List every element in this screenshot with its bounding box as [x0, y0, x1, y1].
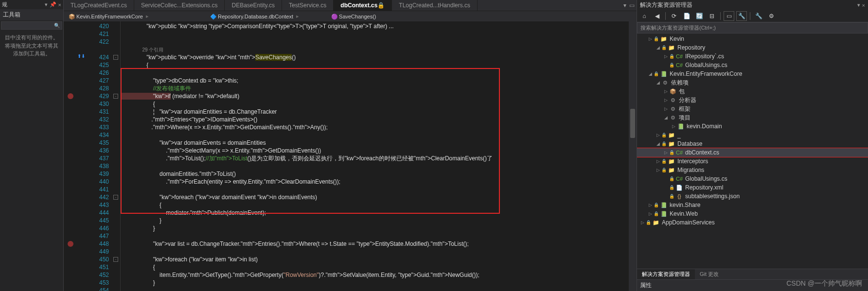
tree-item[interactable]: ◢⚙项目 — [637, 113, 868, 122]
settings-icon[interactable]: ⚙ — [766, 11, 777, 21]
expand-arrow-icon[interactable]: ▷ — [662, 54, 669, 59]
fold-toggle[interactable]: - — [113, 94, 118, 99]
tree-item[interactable]: ◢🔒📁Repository — [637, 43, 868, 52]
pin-icon[interactable]: 📌 — [50, 1, 56, 8]
wrench-icon[interactable]: 🔧 — [753, 11, 764, 21]
lock-icon: 🔒 — [661, 133, 667, 137]
close-icon[interactable]: × — [862, 2, 865, 8]
tree-item[interactable]: 🔒{}subtablesettings.json — [637, 192, 868, 201]
editor-tab[interactable]: TestService.cs — [282, 0, 334, 11]
tree-item[interactable]: ◢🔒📁Database — [637, 139, 868, 148]
expand-arrow-icon[interactable]: ▷ — [662, 150, 669, 155]
pin-icon[interactable]: ▾ — [45, 1, 48, 8]
sync-icon[interactable]: ⟳ — [669, 11, 679, 21]
lock-icon: 🔒 — [654, 211, 659, 216]
filter-icon[interactable]: 📄 — [681, 11, 692, 21]
cs-icon: C# — [675, 175, 683, 182]
refresh-icon[interactable]: 🔄 — [694, 11, 705, 21]
expand-arrow-icon[interactable]: ▷ — [662, 106, 669, 111]
breadcrumb-separator: ▸ — [296, 13, 299, 19]
expand-arrow-icon[interactable]: ▷ — [647, 203, 654, 207]
panel-tab[interactable]: 解决方案资源管理器 — [637, 269, 695, 279]
editor-tab[interactable]: ServiceCollec...Extensions.cs — [134, 0, 225, 11]
right-panel-tabs: 解决方案资源管理器Git 更改 — [637, 269, 868, 279]
fold-toggle[interactable]: - — [113, 55, 118, 60]
code-text[interactable]: "kw">public "kw">string "type">Compariso… — [121, 21, 629, 291]
expand-arrow-icon[interactable]: ◢ — [662, 115, 669, 120]
tree-item[interactable]: 🔒📄Repository.xml — [637, 183, 868, 192]
tree-item[interactable]: ▷📗kevin.Domain — [637, 122, 868, 131]
panel-tab[interactable]: Git 更改 — [695, 269, 724, 279]
tree-item[interactable]: 🔒C#GlobalUsings.cs — [637, 61, 868, 69]
tree-item[interactable]: ▷🔒📁Interceptors — [637, 157, 868, 166]
fold-toggle[interactable]: - — [113, 257, 118, 262]
vertical-scrollbar[interactable] — [629, 21, 637, 291]
expand-arrow-icon[interactable]: ▷ — [655, 159, 661, 164]
close-icon[interactable]: × — [58, 2, 61, 8]
tree-item[interactable]: ▷🔒📁Migrations — [637, 166, 868, 174]
properties-icon[interactable]: 🔧 — [736, 11, 747, 21]
tree-item-label: dbContext.cs — [685, 149, 719, 156]
lock-icon: 🔒 — [654, 203, 659, 207]
tree-item-label: subtablesettings.json — [685, 193, 740, 200]
solution-search[interactable]: 搜索解决方案资源管理器(Ctrl+;) — [637, 22, 868, 34]
home-icon[interactable]: ⌂ — [639, 11, 650, 21]
show-all-icon[interactable]: ▭ — [724, 11, 734, 21]
collapse-icon[interactable]: ⊟ — [707, 11, 717, 21]
toolbox-search[interactable] — [1, 21, 62, 30]
back-icon[interactable]: ◀ — [652, 11, 662, 21]
fold-toggle[interactable]: - — [113, 195, 118, 200]
csharp-project-icon: 📦 — [69, 14, 74, 19]
fold-gutter[interactable]: ---- — [112, 21, 121, 291]
dropdown-icon[interactable]: ▾ — [623, 2, 626, 9]
gutter-marks[interactable]: ⬆⬇ — [64, 21, 90, 291]
expand-arrow-icon[interactable]: ▷ — [662, 98, 669, 103]
pkg-icon: 📦 — [669, 88, 677, 95]
expand-arrow-icon[interactable]: ▷ — [639, 220, 646, 225]
breadcrumb-method-label: SaveChanges() — [339, 14, 376, 19]
tree-item[interactable]: ▷📦包 — [637, 87, 868, 96]
expand-arrow-icon[interactable]: ▷ — [662, 89, 669, 94]
tree-item[interactable]: ▷⚙分析器 — [637, 96, 868, 104]
expand-arrow-icon[interactable]: ▷ — [655, 133, 661, 137]
expand-arrow-icon[interactable]: ◢ — [655, 80, 661, 85]
expand-arrow-icon[interactable]: ◢ — [655, 141, 661, 146]
expand-arrow-icon[interactable]: ▷ — [647, 211, 654, 216]
solution-explorer-panel: 解决方案资源管理器 ▾ × ⌂ ◀ ⟳ 📄 🔄 ⊟ ▭ 🔧 🔧 ⚙ 搜索解决方案… — [637, 0, 868, 291]
expand-arrow-icon[interactable]: ▷ — [670, 124, 677, 129]
scrollbar-thumb[interactable] — [630, 109, 635, 138]
tree-item[interactable]: ▷🔒📁_ — [637, 131, 868, 139]
change-marker-icon[interactable]: ⬆⬇ — [77, 53, 85, 59]
editor-tab[interactable]: TLogCreated...tHandlers.cs — [392, 0, 478, 11]
editor-tab[interactable]: TLogCreatedEvent.cs — [64, 0, 134, 11]
proj-icon: 📗 — [677, 123, 685, 130]
breadcrumb-project[interactable]: 📦 Kevin.EntityFrameworkCore — [66, 14, 146, 19]
breadcrumb-class[interactable]: 🔷 Repository.Database.dbContext — [207, 14, 296, 19]
window-icon[interactable]: ▭ — [629, 2, 635, 9]
tree-item-label: Repository — [677, 44, 705, 51]
json-icon: {} — [675, 193, 683, 200]
tree-item[interactable]: ◢🔒📗Kevin.EntityFrameworkCore — [637, 69, 868, 78]
tree-item[interactable]: ▷🔒📗kevin.Share — [637, 201, 868, 209]
tree-item-label: Repository.xml — [685, 184, 723, 191]
tree-item[interactable]: ▷⚙框架 — [637, 104, 868, 113]
solution-tree[interactable]: ▷🔒📁Kevin◢🔒📁Repository▷🔒C#IRepository`.cs… — [637, 34, 868, 269]
tree-item[interactable]: ▷🔒📗Kevin.Web — [637, 209, 868, 218]
editor-tab[interactable]: dbContext.cs 🔒 — [334, 0, 392, 11]
cs-icon: C# — [675, 53, 683, 60]
breakpoint-icon[interactable] — [68, 93, 73, 99]
tree-item[interactable]: ▷🔒📁AppDomainServices — [637, 218, 868, 227]
expand-arrow-icon[interactable]: ◢ — [647, 71, 654, 76]
tree-item[interactable]: ▷🔒C#IRepository`.cs — [637, 52, 868, 61]
expand-arrow-icon[interactable]: ◢ — [655, 45, 661, 50]
tree-item[interactable]: ◢⚙依赖项 — [637, 78, 868, 87]
expand-arrow-icon[interactable]: ▷ — [647, 36, 654, 41]
expand-arrow-icon[interactable]: ▷ — [655, 168, 661, 172]
tree-item[interactable]: 🔒C#GlobalUsings.cs — [637, 174, 868, 183]
tree-item[interactable]: ▷🔒📁Kevin — [637, 34, 868, 43]
tree-item[interactable]: ▷🔒C#dbContext.cs — [637, 148, 868, 157]
dropdown-icon[interactable]: ▾ — [857, 2, 860, 8]
editor-tab[interactable]: DEBaseEntity.cs — [225, 0, 282, 11]
breadcrumb-method[interactable]: 🟣 SaveChanges() — [328, 14, 379, 19]
breakpoint-icon[interactable] — [68, 241, 73, 247]
